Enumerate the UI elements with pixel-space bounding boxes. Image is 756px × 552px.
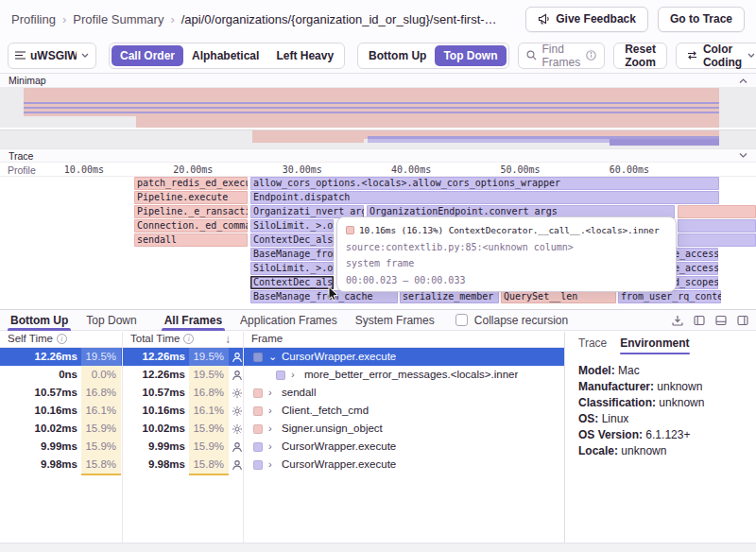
sort-left-heavy-option[interactable]: Left Heavy	[267, 45, 342, 66]
layout-dock-bottom-icon[interactable]	[715, 315, 727, 326]
sort-descending-icon[interactable]: ↓	[225, 333, 231, 346]
flamegraph-frame-bar[interactable]: Endpoint.dispatch	[250, 191, 719, 204]
direction-bottom-up-option[interactable]: Bottom Up	[360, 45, 435, 66]
collapse-trace-chevron-down-icon[interactable]	[739, 153, 747, 158]
reset-zoom-label: Reset Zoom	[625, 43, 656, 69]
flamegraph-frame-bar[interactable]: Pipeline._e_ransaction	[134, 205, 248, 218]
axis-tick-label: 20.00ms	[173, 164, 213, 175]
flamegraph-frame-bar[interactable]: BaseManage_from_cache	[250, 290, 398, 303]
download-icon[interactable]	[672, 315, 683, 326]
flamegraph-frame-bar[interactable]	[678, 219, 756, 233]
tab-all-frames[interactable]: All Frames	[162, 310, 225, 330]
frame-cell[interactable]: ›Client._fetch_cmd	[244, 402, 564, 420]
self-time-label: Self Time	[8, 333, 53, 344]
thread-selector[interactable]: uWSGIWor…	[8, 43, 96, 69]
info-icon[interactable]: i	[57, 334, 67, 344]
chevron-right-icon[interactable]: ›	[268, 384, 276, 402]
frame-cell[interactable]: ›sendall	[244, 384, 564, 402]
flamegraph-frame-bar[interactable]	[678, 233, 756, 247]
flamegraph-frame-bar[interactable]: BaseManage_from_c	[250, 248, 334, 261]
flamegraph-frame-bar[interactable]: QuerySet__len	[501, 290, 616, 303]
flamegraph-frame-bar[interactable]: sendall	[134, 233, 248, 247]
layout-dock-left-icon[interactable]	[694, 315, 705, 326]
column-divider	[122, 332, 123, 543]
chevron-down-icon[interactable]: ⌄	[268, 348, 276, 366]
direction-top-down-option[interactable]: Top Down	[435, 45, 506, 66]
breadcrumb-separator-icon: ›	[62, 12, 66, 26]
frame-cell[interactable]: ›CursorWrapper.execute	[244, 438, 564, 456]
tab-system-frames[interactable]: System Frames	[352, 310, 438, 330]
thread-selected-label: uWSGIWor…	[30, 49, 77, 62]
info-icon[interactable]: i	[183, 334, 194, 344]
frames-table-body: 12.26ms19.5%12.26ms19.5%⌄CursorWrapper.e…	[0, 348, 564, 474]
find-frames-input[interactable]: Find Frames	[518, 43, 606, 69]
total-time-percent: 16.1%	[189, 402, 229, 420]
table-row[interactable]: 12.26ms19.5%12.26ms19.5%⌄CursorWrapper.e…	[0, 348, 564, 366]
chevron-right-icon[interactable]: ›	[268, 420, 276, 438]
color-coding-button[interactable]: Color Coding	[676, 43, 756, 69]
flamegraph-frame-bar[interactable]: ContextDec_als>.i	[250, 233, 334, 247]
chevron-right-icon[interactable]: ›	[268, 456, 276, 474]
frame-color-swatch	[253, 353, 263, 362]
self-time-value: 10.02ms	[0, 420, 77, 438]
flamegraph-frame-bar[interactable]: Connection._ed_command	[134, 219, 248, 233]
flamegraph-frame-bar[interactable]: allow_cors_options.<locals>.allow_cors_o…	[250, 177, 719, 190]
table-row[interactable]: 9.99ms15.9%9.99ms15.9%›CursorWrapper.exe…	[0, 438, 564, 456]
side-tab-trace[interactable]: Trace	[578, 336, 607, 354]
reset-zoom-button[interactable]: Reset Zoom	[613, 43, 667, 69]
detail-field: Manufacturer: unknown	[578, 379, 743, 395]
frame-cell[interactable]: ›more_better_error_messages.<locals>.inn…	[244, 366, 564, 384]
frame-cell[interactable]: ›CursorWrapper.execute	[244, 456, 564, 474]
total-time-value: 9.99ms	[123, 438, 185, 456]
frame-cell[interactable]: ›Signer.unsign_object	[244, 420, 564, 438]
frame-name: CursorWrapper.execute	[282, 348, 396, 366]
detail-label: Model:	[578, 364, 618, 377]
minimap-canvas[interactable]	[0, 87, 756, 148]
frame-color-swatch	[253, 424, 263, 434]
flamegraph-frame-bar[interactable]	[678, 205, 756, 218]
flamegraph-frame-bar[interactable]: SiloLimit._>.over	[250, 219, 334, 233]
chevron-right-icon[interactable]: ›	[268, 402, 276, 420]
detail-label: OS:	[578, 412, 602, 425]
breadcrumb-profile-summary[interactable]: Profile Summary	[73, 12, 163, 26]
direction-segmented-control: Bottom Up Top Down	[357, 43, 508, 69]
tab-bottom-up[interactable]: Bottom Up	[8, 310, 71, 330]
flamegraph-frame-bar[interactable]: ContextDec_als>.i	[250, 276, 334, 289]
side-tab-environment[interactable]: Environment	[620, 336, 689, 354]
minimap-band	[24, 107, 719, 109]
frame-color-swatch	[253, 406, 263, 416]
flamegraph-frame-bar[interactable]: from_user_rq_context	[618, 290, 721, 303]
chevron-right-icon[interactable]: ›	[268, 438, 276, 456]
tab-top-down[interactable]: Top Down	[83, 310, 139, 330]
collapse-minimap-chevron-up-icon[interactable]	[739, 78, 747, 83]
chevron-right-icon[interactable]: ›	[291, 366, 299, 384]
breadcrumb-profiling[interactable]: Profiling	[11, 12, 56, 26]
search-info-icon[interactable]	[586, 50, 596, 60]
flamegraph-toolbar: uWSGIWor… Call Order Alphabetical Left H…	[0, 38, 756, 74]
table-row[interactable]: 10.02ms15.9%10.02ms15.9%›Signer.unsign_o…	[0, 420, 564, 438]
tab-application-frames[interactable]: Application Frames	[237, 310, 340, 330]
collapse-recursion-checkbox[interactable]: Collapse recursion	[455, 314, 568, 327]
give-feedback-button[interactable]: Give Feedback	[525, 7, 648, 32]
flamegraph-frame-bar[interactable]: patch_redis_ed_execute	[134, 177, 248, 190]
total-time-column-header[interactable]: Total Time i	[130, 333, 194, 344]
self-time-column-header[interactable]: Self Time i	[8, 333, 67, 344]
table-row[interactable]: 0ns0.0%12.26ms19.5%›more_better_error_me…	[0, 366, 564, 384]
tooltip-duration-and-frame: 10.16ms (16.13%) ContextDecorator.__call…	[359, 225, 659, 235]
sort-call-order-option[interactable]: Call Order	[112, 45, 183, 66]
flamegraph-frame-bar[interactable]: serialize_member	[400, 290, 499, 303]
table-row[interactable]: 10.16ms16.1%10.16ms16.1%›Client._fetch_c…	[0, 402, 564, 420]
layout-dock-right-icon[interactable]	[737, 315, 748, 326]
flamegraph-frame-bar[interactable]: SiloLimit._>.over	[250, 262, 334, 275]
chevron-down-icon	[747, 53, 755, 58]
frame-column-header[interactable]: Frame	[251, 333, 283, 344]
axis-tick-label: 10.00ms	[64, 164, 104, 175]
detail-field: Classification: unknown	[578, 395, 743, 411]
sort-alphabetical-option[interactable]: Alphabetical	[183, 45, 267, 66]
table-row[interactable]: 10.57ms16.8%10.57ms16.8%›sendall	[0, 384, 564, 402]
flamegraph-frame-bar[interactable]: Pipeline.execute	[134, 191, 248, 204]
go-to-trace-button[interactable]: Go to Trace	[658, 7, 745, 32]
table-row[interactable]: 9.98ms15.8%9.98ms15.8%›CursorWrapper.exe…	[0, 456, 564, 474]
total-time-value: 10.02ms	[123, 420, 185, 438]
frame-cell[interactable]: ⌄CursorWrapper.execute	[244, 348, 564, 366]
